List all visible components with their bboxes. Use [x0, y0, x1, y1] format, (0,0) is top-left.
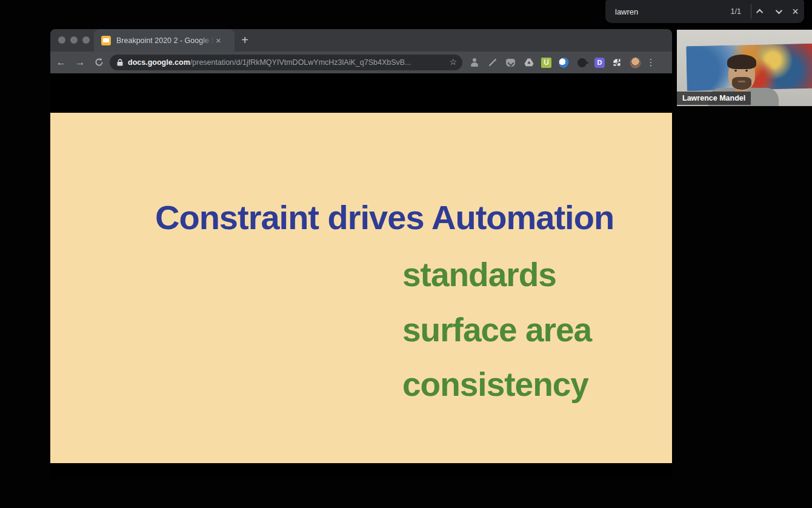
person-eye	[745, 70, 748, 72]
new-tab-button[interactable]: +	[237, 33, 253, 48]
chevron-down-icon	[775, 7, 782, 14]
window-close-button[interactable]	[58, 36, 65, 44]
blue-circle-icon	[559, 58, 569, 68]
https-lock-icon	[117, 58, 123, 69]
ublock-extension-icon[interactable]: U	[541, 58, 551, 68]
url-path: /presentation/d/1jfRkMQYIVtmDOLwYmcHz3lA…	[190, 58, 411, 67]
presentation-slide: Constraint drives Automation standards s…	[50, 113, 672, 463]
person-beard	[732, 77, 751, 90]
shared-screen-browser-window: Breakpoint 2020 2 - Google Sl × + ← → do…	[50, 29, 672, 479]
window-minimize-button[interactable]	[70, 36, 78, 44]
dark-circle-icon	[577, 58, 587, 67]
url-text: docs.google.com/presentation/d/1jfRkMQYI…	[128, 58, 411, 67]
find-bar: lawren 1/1 ×	[605, 0, 804, 23]
find-previous-button[interactable]	[751, 0, 769, 23]
reload-button[interactable]	[91, 55, 107, 70]
window-zoom-button[interactable]	[82, 36, 90, 44]
person-eye	[734, 70, 737, 72]
slide-item-surface-area: surface area	[402, 310, 591, 349]
slide-title: Constraint drives Automation	[155, 198, 614, 237]
pocket-extension-icon[interactable]	[505, 57, 516, 69]
find-match-count: 1/1	[731, 7, 741, 16]
pocket-icon	[506, 59, 515, 67]
find-next-button[interactable]	[769, 0, 787, 23]
person-mouth	[738, 81, 745, 82]
round-blue-extension-icon[interactable]	[558, 57, 570, 69]
find-query-text[interactable]: lawren	[615, 7, 638, 16]
tab-close-icon[interactable]: ×	[216, 36, 221, 45]
puzzle-extensions-menu-icon[interactable]	[611, 57, 623, 69]
back-button[interactable]: ←	[53, 55, 69, 70]
find-close-button[interactable]: ×	[787, 0, 804, 23]
browser-tab-bar: Breakpoint 2020 2 - Google Sl × +	[50, 29, 672, 52]
participant-video-tile[interactable]: Lawrence Mandel	[677, 30, 812, 106]
puzzle-piece-icon	[613, 58, 622, 67]
bookmark-star-icon[interactable]: ☆	[449, 57, 457, 67]
participant-name-label: Lawrence Mandel	[677, 92, 751, 105]
url-domain: docs.google.com	[128, 58, 190, 67]
slide-item-consistency: consistency	[402, 365, 588, 404]
browser-tab[interactable]: Breakpoint 2020 2 - Google Sl ×	[94, 29, 235, 52]
tab-title: Breakpoint 2020 2 - Google Sl	[116, 36, 215, 45]
window-controls[interactable]	[58, 36, 90, 44]
round-dark-extension-icon[interactable]	[576, 57, 588, 69]
slide-item-standards: standards	[402, 255, 556, 294]
person-hair	[727, 55, 756, 69]
pencil-extension-icon[interactable]	[487, 57, 498, 69]
presentation-viewport: Constraint drives Automation standards s…	[50, 73, 672, 479]
profile-extension-icon[interactable]	[468, 57, 480, 69]
drive-triangle-icon	[524, 58, 534, 67]
drive-extension-icon[interactable]	[523, 57, 534, 69]
chevron-up-icon	[756, 9, 762, 16]
browser-menu-kebab-icon[interactable]: ⋮	[648, 57, 654, 69]
purple-extension-icon[interactable]: D	[594, 58, 605, 68]
extension-icons-row: U D ⋮	[468, 52, 654, 73]
pencil-icon	[488, 59, 496, 67]
forward-button[interactable]: →	[72, 55, 88, 70]
google-slides-favicon-icon	[101, 36, 111, 45]
person-bust-icon	[470, 58, 479, 67]
browser-toolbar: ← → docs.google.com/presentation/d/1jfRk…	[50, 52, 672, 73]
address-bar[interactable]: docs.google.com/presentation/d/1jfRkMQYI…	[110, 55, 462, 70]
screen: Breakpoint 2020 2 - Google Sl × + ← → do…	[0, 0, 812, 508]
browser-profile-avatar[interactable]	[630, 57, 641, 69]
